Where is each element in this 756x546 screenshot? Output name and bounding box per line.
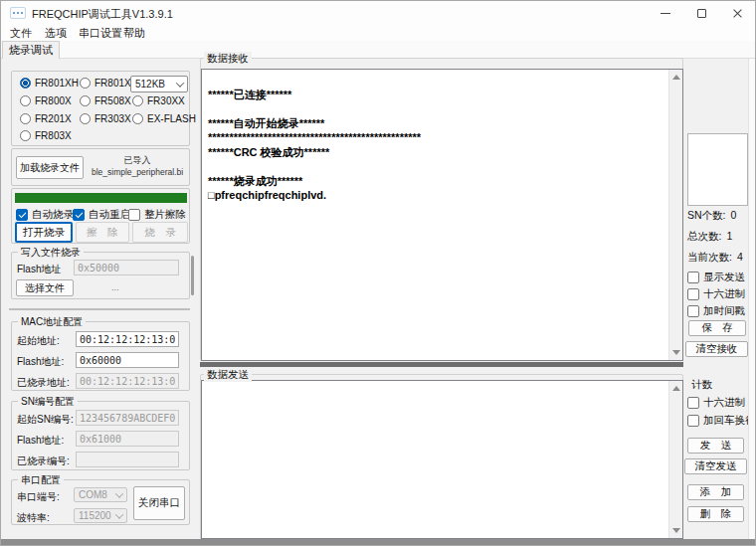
group-title-send: 数据发送 [204,368,252,382]
burn-button: 烧 录 [132,222,188,243]
window-title: FREQCHIP调试工具V1.3.9.1 [32,7,173,22]
clear-receive-button[interactable]: 清空接收 [685,341,748,357]
scroll-up-icon[interactable] [672,75,680,80]
checkbox-icon [128,209,140,221]
scroll-up-icon[interactable] [672,386,680,391]
chevron-down-icon [115,510,123,518]
tab-burn-debug[interactable]: 烧录调试 [2,41,60,59]
flash-size-select[interactable]: 512KB [130,76,188,92]
radio-dot-icon [80,95,91,106]
minimize-button[interactable] [648,1,683,25]
radio-dot-icon [20,130,31,141]
minimize-icon [661,13,670,14]
add-button[interactable]: 添 加 [687,484,744,500]
checkbox-icon [73,209,85,221]
full-erase-checkbox[interactable]: 整片擦除 [128,208,186,222]
send-hex-checkbox[interactable]: 十六进制 [687,396,745,410]
menu-file[interactable]: 文件 [10,26,32,41]
receive-scrollbar[interactable] [668,70,682,360]
radio-fr30xx[interactable]: FR30XX [132,95,185,106]
send-textarea[interactable] [201,380,683,539]
open-burn-button[interactable]: 打开烧录 [15,222,73,243]
clear-send-button[interactable]: 清空发送 [684,458,747,474]
receive-textarea[interactable]: ******已连接****** ******自动开始烧录****** *****… [201,69,683,361]
radio-fr801xh[interactable]: FR801XH [20,78,79,89]
chevron-down-icon [115,489,123,497]
left-panel-scrollbar-thumb[interactable] [191,256,194,295]
preview-box [687,133,748,206]
crlf-checkbox[interactable]: 加回车换行 [687,414,756,428]
close-serial-button[interactable]: 关闭串口 [133,486,185,520]
group-title-write-file: 写入文件烧录 [18,247,84,258]
checkbox-icon [687,397,699,409]
baud-rate-select: 115200 [74,508,127,523]
sn-burned-input [76,452,179,467]
sn-start-input [76,410,179,426]
sn-flash-label: Flash地址: [17,434,64,448]
menu-serial-settings[interactable]: 串口设置 [79,26,122,41]
group-title-receive: 数据接收 [204,52,252,66]
write-flash-address-input [74,260,179,275]
save-button[interactable]: 保 存 [688,320,746,336]
checkbox-icon [687,272,699,283]
auto-burn-checkbox[interactable]: 自动烧录 [16,208,74,222]
title-bar: FREQCHIP调试工具V1.3.9.1 [1,1,755,25]
send-scrollbar[interactable] [668,381,682,538]
show-send-checkbox[interactable]: 显示发送 [687,271,745,284]
total-count-stat: 总次数:1 [687,230,732,244]
load-status: 已导入 ble_simple_peripheral.bi [88,154,187,177]
load-status-filename: ble_simple_peripheral.bi [88,167,187,177]
mac-start-input[interactable] [76,331,179,347]
radio-fr303x[interactable]: FR303X [80,113,131,124]
send-content [202,381,668,538]
select-file-button[interactable]: 选择文件 [16,279,74,296]
close-button[interactable] [719,1,756,25]
serial-config-group: 串口配置 串口端号: COM8 波特率: 115200 关闭串口 [11,479,190,525]
mac-burned-input [76,373,179,389]
group-title-mac: MAC地址配置 [18,316,86,327]
erase-button: 擦 除 [76,222,129,243]
send-button[interactable]: 发 送 [687,438,744,454]
timestamp-checkbox[interactable]: 加时间戳 [687,304,745,318]
app-window: FREQCHIP调试工具V1.3.9.1 文件 选项 串口设置 帮助 烧录调试 … [0,0,756,546]
radio-ex-flash[interactable]: EX-FLASH [132,113,196,124]
menu-help[interactable]: 帮助 [123,26,145,41]
load-file-group: 加载烧录文件 已导入 ble_simple_peripheral.bi [11,148,190,186]
left-panel-separator [9,308,190,310]
menu-bar: 文件 选项 串口设置 帮助 [1,25,755,41]
sn-config-group: SN编号配置 起始SN编号: Flash地址: 已烧录编号: [11,401,190,470]
scroll-down-icon[interactable] [672,528,680,533]
horizontal-splitter[interactable] [200,362,683,367]
mac-flash-label: Flash地址: [17,355,64,369]
receive-hex-checkbox[interactable]: 十六进制 [687,287,745,301]
right-edge-scrollbar[interactable] [748,59,755,539]
checkbox-icon [687,415,699,427]
sn-start-label: 起始SN编号: [17,413,74,427]
checkbox-icon [687,288,699,300]
radio-fr801xt[interactable]: FR801XT [80,78,137,89]
auto-restart-checkbox[interactable]: 自动重启 [73,208,130,222]
maximize-icon [697,9,706,18]
menu-options[interactable]: 选项 [45,26,67,41]
radio-dot-icon [80,113,91,124]
radio-fr201x[interactable]: FR201X [20,113,72,124]
radio-fr803x[interactable]: FR803X [20,130,72,141]
tab-strip: 烧录调试 [1,41,755,59]
load-burn-file-button[interactable]: 加载烧录文件 [16,156,84,179]
mac-config-group: MAC地址配置 起始地址: Flash地址: 已烧录地址: [11,321,190,391]
maximize-button[interactable] [683,1,719,25]
mac-flash-input[interactable] [76,352,179,368]
checkbox-icon [16,209,28,221]
radio-dot-icon [20,113,31,124]
sn-burned-label: 已烧录编号: [17,455,70,468]
delete-button[interactable]: 删 除 [687,506,744,522]
load-status-line1: 已导入 [88,154,187,167]
write-flash-address-label: Flash地址 [17,263,61,276]
group-title-serial: 串口配置 [18,474,64,485]
write-file-path: ... [111,282,119,292]
radio-fr508x[interactable]: FR508X [80,95,131,106]
radio-fr800x[interactable]: FR800X [20,95,72,106]
mac-start-label: 起始地址: [17,334,60,348]
current-count-value: 4 [737,251,743,263]
scroll-down-icon[interactable] [672,350,680,355]
